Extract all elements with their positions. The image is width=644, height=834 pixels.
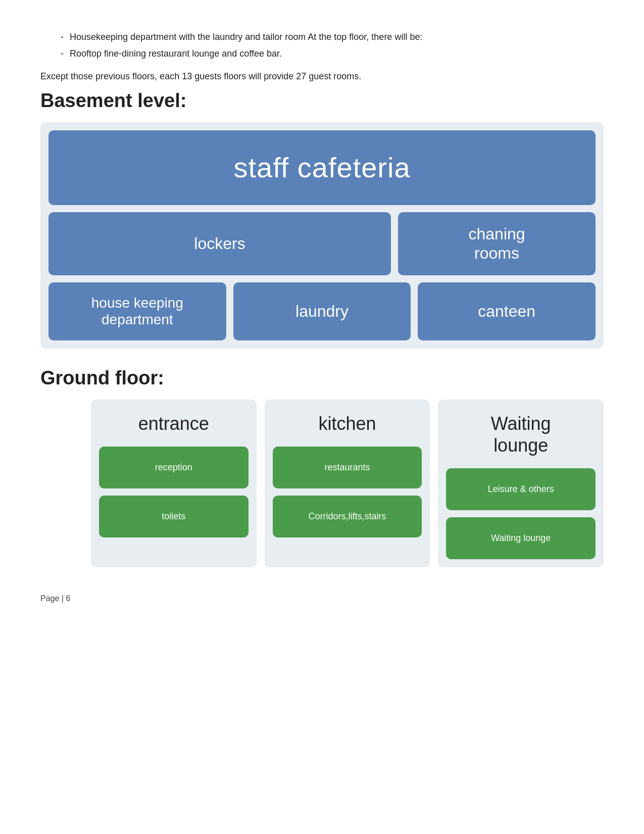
page-footer: Page | 6 [40,593,604,605]
housekeeping-cell: house keeping department [48,282,226,340]
dash-icon: - [61,30,64,44]
basement-row-1: lockers chaning rooms [48,212,596,275]
dash-icon-2: - [61,47,64,61]
staff-cafeteria-box: staff cafeteria [48,130,596,205]
ground-cell-0-0: reception [99,447,249,488]
ground-column-2: Waiting loungeLeisure & othersWaiting lo… [438,400,604,567]
bullet-item-1: - Housekeeping department with the laund… [61,30,604,44]
ground-heading: Ground floor: [40,364,604,393]
bullet-item-2: - Rooftop fine-dining restaurant lounge … [61,47,604,61]
ground-cell-1-0: restaurants [273,447,422,488]
ground-column-header-0: entrance [99,408,249,439]
lockers-cell: lockers [48,212,391,275]
basement-heading: Basement level: [40,86,604,115]
basement-diagram: staff cafeteria lockers chaning rooms ho… [40,122,604,349]
basement-row-2: house keeping department laundry canteen [48,282,596,340]
ground-column-header-1: kitchen [273,408,422,439]
bullet-text-2: Rooftop fine-dining restaurant lounge an… [70,47,282,61]
ground-cell-2-0: Leisure & others [446,468,596,510]
chaning-rooms-cell: chaning rooms [398,212,596,275]
ground-cell-0-1: toilets [99,496,249,537]
bullet-text-1: Housekeeping department with the laundry… [70,30,422,44]
ground-floor-diagram: entrancereceptiontoiletskitchenrestauran… [91,400,604,567]
intro-text: Except those previous floors, each 13 gu… [40,70,604,83]
laundry-cell: laundry [233,282,411,340]
ground-cell-2-1: Waiting lounge [446,517,596,559]
ground-cell-1-1: Corridors,lifts,stairs [273,496,422,537]
ground-column-header-2: Waiting lounge [446,408,596,461]
ground-column-1: kitchenrestaurantsCorridors,lifts,stairs [265,400,430,567]
canteen-cell: canteen [418,282,596,340]
ground-column-0: entrancereceptiontoilets [91,400,257,567]
